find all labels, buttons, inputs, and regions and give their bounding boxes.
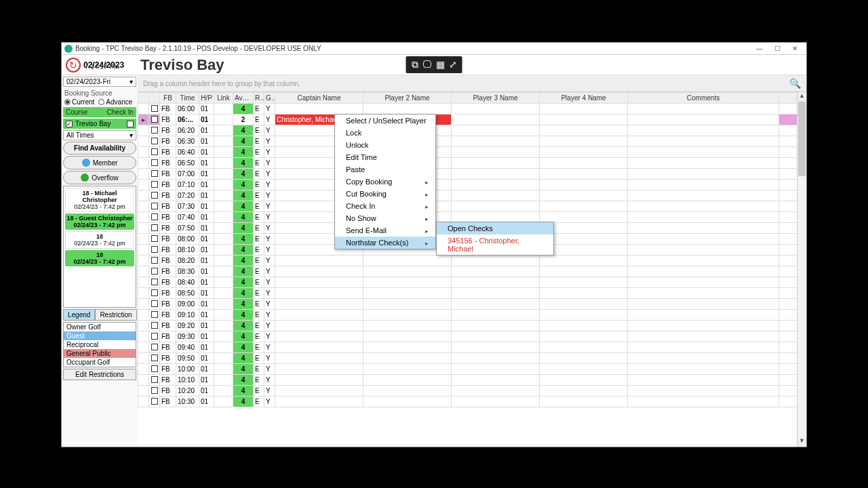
table-row[interactable]: FB10:20014EY [138, 386, 806, 396]
course-checkbox[interactable] [66, 121, 73, 127]
chevron-down-icon: ▾ [130, 78, 133, 85]
expand-icon[interactable]: ⤢ [449, 59, 457, 70]
menu-item[interactable]: Northstar Check(s) [335, 237, 435, 249]
group-bar[interactable]: Drag a column header here to group by th… [138, 75, 806, 92]
search-icon[interactable]: 🔍 [789, 78, 801, 89]
legend-item[interactable]: Reciprocal [64, 340, 136, 349]
table-row[interactable]: FB08:20014EY [138, 256, 806, 266]
table-row[interactable]: FB08:40014EY [138, 277, 806, 288]
column-header[interactable]: Comments [628, 93, 779, 104]
checkin-checkbox[interactable] [127, 121, 134, 127]
legend-item[interactable]: Guest [64, 331, 136, 340]
clock: 7:14:17 PM [85, 63, 119, 70]
booking-item[interactable]: 1802/24/23 - 7:42 pm [65, 231, 134, 249]
radio-advance[interactable]: Advance [98, 98, 132, 106]
booking-item[interactable]: 18 - Guest Christopher02/24/23 - 7:42 pm [65, 214, 134, 230]
menu-item[interactable]: Send E-Mail [335, 224, 435, 237]
monitor-icon[interactable]: 🖵 [422, 59, 432, 70]
table-row[interactable]: FB09:30014EY [138, 331, 806, 342]
table-row[interactable]: FB07:20014EY [138, 190, 806, 201]
table-row[interactable]: FB10:00014EY [138, 364, 806, 375]
table-row[interactable]: FB06:20014EY [138, 125, 806, 136]
northstar-submenu[interactable]: Open Checks 345156 - Christopher, Michae… [436, 222, 554, 256]
course-name: Treviso Bay [75, 120, 111, 127]
grid-icon[interactable]: ▦ [436, 59, 445, 70]
menu-item[interactable]: No Show [335, 212, 435, 224]
edit-restrictions-button[interactable]: Edit Restrictions [63, 369, 136, 380]
table-row[interactable]: FB10:30014EY [138, 396, 806, 407]
booking-item[interactable]: 1802/24/23 - 7:42 pm [65, 250, 134, 266]
course-label: Course [66, 108, 87, 116]
column-header[interactable]: Link [214, 93, 233, 104]
menu-item[interactable]: Copy Booking [335, 176, 435, 188]
overflow-button[interactable]: Overflow [63, 171, 136, 184]
column-header[interactable]: Player 4 Name [540, 93, 628, 104]
menu-item[interactable]: Edit Time [335, 151, 435, 163]
column-header[interactable]: Player 2 Name [363, 93, 452, 104]
grid-wrap: FBTimeH/PLinkAvail...R...G...Captain Nam… [138, 92, 806, 447]
column-header[interactable]: G... [264, 93, 275, 104]
window-title: Booking - TPC Treviso Bay - 2.1.10.19 - … [75, 45, 751, 52]
column-header[interactable]: Time [176, 93, 199, 104]
table-row[interactable]: ▸FB06:...012EYChristopher, Michael [138, 115, 806, 125]
radio-current[interactable]: Current [64, 98, 94, 106]
menu-check-item[interactable]: 345156 - Christopher, Michael [437, 235, 553, 255]
legend-item[interactable]: General Public [64, 349, 136, 358]
column-header[interactable]: Player 3 Name [452, 93, 540, 104]
minimize-button[interactable]: — [751, 45, 768, 52]
column-header[interactable]: Captain Name [275, 93, 363, 104]
scroll-thumb[interactable] [798, 102, 806, 176]
tab-legend[interactable]: Legend [63, 309, 95, 321]
table-row[interactable]: FB07:00014EY [138, 169, 806, 180]
menu-item[interactable]: Paste [335, 163, 435, 176]
date-select[interactable]: 02/24/2023-Fri ▾ [63, 77, 136, 87]
table-row[interactable]: FB06:00014EY [138, 104, 806, 115]
booking-source-label: Booking Source [63, 88, 136, 97]
menu-item[interactable]: Lock [335, 127, 435, 139]
legend-list: Owner GolfGuestReciprocalGeneral PublicO… [63, 322, 136, 367]
tab-restriction[interactable]: Restriction [95, 309, 136, 321]
table-row[interactable]: FB06:40014EY [138, 147, 806, 158]
vertical-scrollbar[interactable]: ▲ ▼ [797, 92, 806, 447]
table-row[interactable]: FB09:10014EY [138, 310, 806, 321]
column-header[interactable]: Avail... [233, 93, 254, 104]
app-window: Booking - TPC Treviso Bay - 2.1.10.19 - … [61, 42, 807, 447]
column-header[interactable]: R... [254, 93, 264, 104]
table-row[interactable]: FB06:30014EY [138, 136, 806, 147]
table-row[interactable]: FB09:50014EY [138, 353, 806, 364]
legend-tabs: Legend Restriction [63, 309, 136, 321]
column-header[interactable]: H/P [199, 93, 214, 104]
column-header[interactable]: FB [160, 93, 176, 104]
legend-item[interactable]: Occupant Golf [64, 358, 136, 367]
menu-item[interactable]: Unlock [335, 139, 435, 151]
time-filter[interactable]: All Times ▾ [63, 130, 136, 140]
legend-item[interactable]: Owner Golf [64, 323, 136, 331]
menu-item[interactable]: Select / UnSelect Player [335, 115, 435, 127]
table-row[interactable]: FB08:50014EY [138, 288, 806, 299]
table-row[interactable]: FB06:50014EY [138, 158, 806, 169]
table-row[interactable]: FB09:40014EY [138, 342, 806, 353]
menu-item[interactable]: Cut Booking [335, 188, 435, 200]
close-button[interactable]: ✕ [786, 45, 804, 52]
column-header[interactable] [149, 93, 160, 104]
table-row[interactable]: FB08:30014EY [138, 266, 806, 277]
context-menu[interactable]: Select / UnSelect PlayerLockUnlockEdit T… [334, 114, 436, 249]
scroll-up-icon[interactable]: ▲ [797, 92, 806, 102]
table-row[interactable]: FB09:00014EY [138, 299, 806, 310]
course-item-treviso[interactable]: Treviso Bay [63, 119, 136, 129]
table-row[interactable]: FB09:20014EY [138, 321, 806, 331]
column-header[interactable] [138, 93, 149, 104]
table-row[interactable]: FB10:10014EY [138, 375, 806, 386]
chevron-down-icon: ▾ [130, 131, 133, 139]
menu-open-checks[interactable]: Open Checks [437, 222, 553, 235]
member-button[interactable]: Member [63, 156, 136, 169]
booking-item[interactable]: 18 - Michael Christopher02/24/23 - 7:42 … [65, 188, 134, 212]
menu-item[interactable]: Check In [335, 200, 435, 212]
maximize-button[interactable]: ☐ [768, 45, 786, 52]
table-row[interactable]: FB07:30014EY [138, 201, 806, 212]
reload-icon[interactable] [66, 58, 81, 73]
screen-icon[interactable]: ⧉ [412, 59, 418, 70]
find-availability-button[interactable]: Find Availability [63, 142, 136, 155]
table-row[interactable]: FB07:10014EY [138, 180, 806, 190]
scroll-down-icon[interactable]: ▼ [797, 437, 806, 447]
